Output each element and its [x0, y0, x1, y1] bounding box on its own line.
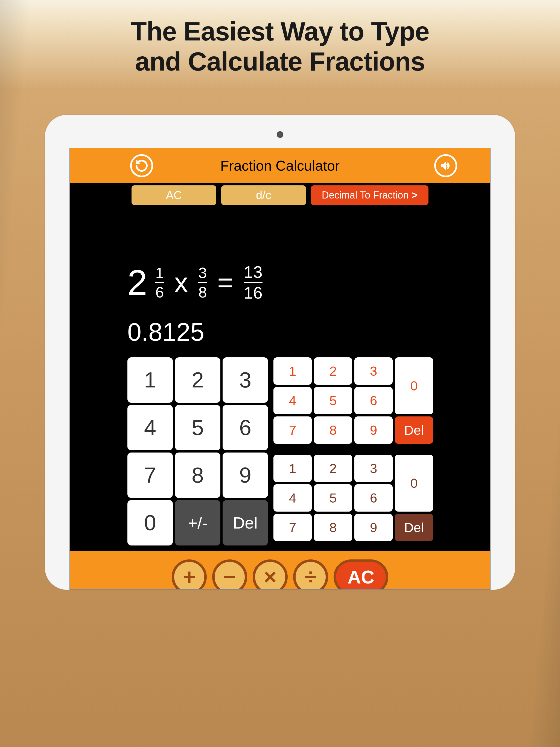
- num-key-0[interactable]: 0: [395, 357, 433, 414]
- operand1-numerator: 1: [155, 265, 164, 280]
- app-title: Fraction Calculator: [221, 157, 339, 174]
- result-fraction: 13 16: [244, 264, 262, 301]
- add-button[interactable]: +: [172, 560, 207, 590]
- fraction-bar: [198, 282, 207, 283]
- key-plus-minus[interactable]: +/-: [175, 500, 221, 545]
- fraction-bar: [155, 282, 164, 283]
- tagline-line-2: and Calculate Fractions: [11, 47, 549, 77]
- num-key-2[interactable]: 2: [314, 357, 352, 385]
- operand1-denominator: 6: [155, 285, 164, 300]
- num-key-7[interactable]: 7: [274, 416, 312, 444]
- restart-button[interactable]: [130, 154, 153, 177]
- restart-icon: [135, 159, 149, 173]
- operations-bar: + − × ÷ AC: [70, 551, 490, 589]
- den-key-6[interactable]: 6: [354, 484, 393, 512]
- result-denominator: 16: [244, 285, 262, 301]
- operand2-denominator: 8: [198, 285, 207, 300]
- operand1-whole: 2: [127, 262, 147, 303]
- key-9[interactable]: 9: [223, 453, 268, 498]
- num-key-3[interactable]: 3: [354, 357, 393, 385]
- result-numerator: 13: [244, 264, 262, 280]
- multiply-button[interactable]: ×: [253, 560, 288, 590]
- operand2-fraction: 3 8: [198, 265, 207, 299]
- chevron-right-icon: >: [412, 189, 417, 201]
- den-key-3[interactable]: 3: [354, 455, 393, 482]
- tagline-line-1: The Easiest Way to Type: [11, 17, 549, 47]
- main-keypad: 1 2 3 4 5 6 7 8 9 0 +/- Del: [127, 357, 268, 545]
- num-key-9[interactable]: 9: [354, 416, 393, 444]
- keypad-area: 1 2 3 4 5 6 7 8 9 0 +/- Del 1 2 3 0 4: [70, 357, 490, 551]
- subtract-button[interactable]: −: [212, 560, 247, 590]
- operand1-fraction: 1 6: [155, 265, 164, 299]
- den-key-8[interactable]: 8: [314, 514, 352, 541]
- num-key-5[interactable]: 5: [314, 387, 352, 414]
- denominator-keypad: 1 2 3 0 4 5 6 7 8 9 Del: [274, 455, 433, 541]
- tablet-frame: Fraction Calculator AC d/c Decimal To Fr…: [45, 115, 515, 590]
- operand2-numerator: 3: [198, 265, 207, 280]
- num-key-1[interactable]: 1: [274, 357, 312, 385]
- key-8[interactable]: 8: [175, 453, 221, 498]
- decimal-to-fraction-button[interactable]: Decimal To Fraction >: [311, 185, 429, 205]
- equals-sign: =: [218, 267, 233, 298]
- den-key-del[interactable]: Del: [395, 514, 433, 541]
- den-key-7[interactable]: 7: [274, 514, 312, 541]
- speaker-icon: [439, 159, 452, 172]
- dtf-label: Decimal To Fraction: [322, 189, 408, 201]
- operator-multiply: x: [174, 267, 188, 298]
- marketing-tagline: The Easiest Way to Type and Calculate Fr…: [0, 0, 560, 88]
- key-0[interactable]: 0: [127, 500, 173, 545]
- key-5[interactable]: 5: [175, 405, 221, 450]
- key-6[interactable]: 6: [223, 405, 268, 450]
- den-key-4[interactable]: 4: [274, 484, 312, 512]
- side-keypads: 1 2 3 0 4 5 6 7 8 9 Del 1 2 3 0: [274, 357, 433, 545]
- toolbar: AC d/c Decimal To Fraction >: [70, 183, 490, 207]
- num-key-8[interactable]: 8: [314, 416, 352, 444]
- key-1[interactable]: 1: [127, 357, 173, 403]
- key-2[interactable]: 2: [175, 357, 221, 403]
- den-key-0[interactable]: 0: [395, 455, 433, 512]
- equation: 2 1 6 x 3 8 = 13 16: [127, 262, 474, 303]
- key-del[interactable]: Del: [223, 500, 268, 545]
- tablet-camera: [277, 131, 283, 138]
- num-key-6[interactable]: 6: [354, 387, 393, 414]
- key-7[interactable]: 7: [127, 453, 173, 498]
- num-key-del[interactable]: Del: [395, 416, 433, 444]
- den-key-5[interactable]: 5: [314, 484, 352, 512]
- app-screen: Fraction Calculator AC d/c Decimal To Fr…: [70, 148, 490, 590]
- den-key-1[interactable]: 1: [274, 455, 312, 482]
- ac-button[interactable]: AC: [334, 560, 388, 590]
- fraction-bar: [244, 282, 262, 283]
- sound-button[interactable]: [434, 154, 457, 177]
- numerator-keypad: 1 2 3 0 4 5 6 7 8 9 Del: [274, 357, 433, 444]
- den-key-2[interactable]: 2: [314, 455, 352, 482]
- divide-button[interactable]: ÷: [293, 560, 328, 590]
- toolbar-ac-button[interactable]: AC: [131, 185, 216, 205]
- decimal-result: 0.8125: [127, 318, 474, 346]
- display-area: 2 1 6 x 3 8 = 13 16 0.81: [70, 207, 490, 357]
- key-3[interactable]: 3: [223, 357, 268, 403]
- key-4[interactable]: 4: [127, 405, 173, 450]
- app-header: Fraction Calculator: [70, 148, 490, 183]
- toolbar-dc-button[interactable]: d/c: [221, 185, 306, 205]
- num-key-4[interactable]: 4: [274, 387, 312, 414]
- den-key-9[interactable]: 9: [354, 514, 393, 541]
